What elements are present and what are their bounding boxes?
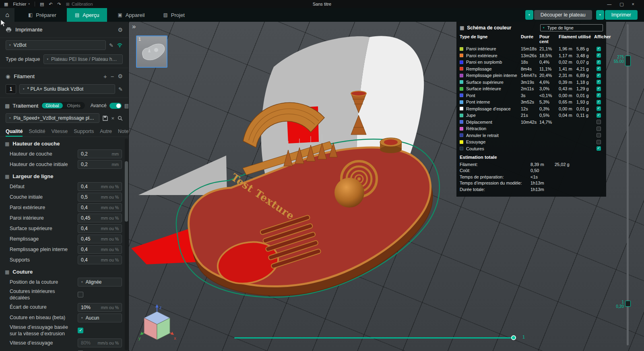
show-line-type-checkbox[interactable] [597, 87, 601, 91]
redo-icon[interactable]: ↷ [58, 2, 61, 6]
plate-type-select[interactable]: ▾ Plateau PEI lisse / Plateau haut... [43, 54, 123, 64]
color-scheme-icon: ▦ [460, 25, 464, 31]
show-line-type-checkbox[interactable] [597, 60, 601, 64]
parameter-table-icon[interactable]: ▤ [124, 103, 129, 108]
search-icon[interactable] [118, 116, 123, 121]
printer-select[interactable]: ▾ VzBot [6, 40, 106, 50]
setting-input[interactable]: 0,4 mm ou % [78, 224, 122, 233]
show-line-type-checkbox[interactable] [597, 120, 601, 124]
maximize-button[interactable]: ▢ [619, 2, 623, 7]
sidebar-scrollbar[interactable] [125, 139, 128, 350]
setting-input[interactable]: 0,4 mm ou % [78, 203, 122, 212]
minimize-button[interactable]: — [607, 2, 611, 7]
seam-position-value: Alignée [86, 279, 102, 285]
move-slider-handle[interactable] [511, 335, 516, 340]
sidebar-collapse-icon[interactable]: » [132, 23, 136, 31]
clear-preset-icon[interactable]: × [111, 116, 114, 121]
setting-row: Hauteur de couche 0,2 mm [0, 149, 128, 159]
layer-slider-top-handle[interactable] [625, 56, 631, 66]
line-type-duration: 2m11s [521, 86, 539, 91]
seam-gap-row: Écart de couture 10% mm ou % [0, 302, 128, 313]
setting-label: Vitesse d’essuyage [10, 340, 78, 346]
setting-input[interactable]: 0,2 mm [78, 150, 122, 158]
setting-input[interactable]: 0,4 mm ou % [78, 245, 122, 254]
wifi-icon[interactable] [117, 43, 123, 48]
setting-input[interactable]: 0,5 mm ou % [78, 193, 122, 201]
setting-input[interactable]: 0,45 mm ou % [78, 214, 122, 222]
main-tabs: ◧ Préparer ▤ Aperçu ▣ Appareil ▧ Projet [20, 8, 193, 22]
move-slider[interactable] [234, 337, 516, 339]
slice-plate-button[interactable]: Découper le plateau [534, 10, 592, 20]
print-options-button[interactable]: ▾ [596, 10, 604, 20]
edit-printer-icon[interactable]: ✎ [109, 43, 114, 48]
show-line-type-checkbox[interactable] [597, 106, 601, 111]
undo-icon[interactable]: ↶ [49, 2, 52, 6]
show-line-type-checkbox[interactable] [597, 80, 601, 84]
edit-filament-icon[interactable]: ✎ [118, 87, 123, 92]
view-type-select[interactable]: ▾ Type de ligne [540, 24, 603, 31]
line-type-percent: 0,3% [539, 106, 559, 111]
show-line-type-checkbox[interactable] [597, 146, 601, 151]
main-tab[interactable]: ▤ Aperçu [67, 8, 107, 22]
filament-number-badge[interactable]: 1 [6, 84, 16, 94]
filament-gear-icon[interactable]: ⚙ [118, 73, 123, 79]
line-type-label: Annuler le retrait [466, 133, 521, 138]
setting-input[interactable]: 0,4 mm ou % [78, 182, 122, 191]
main-tab[interactable]: ▧ Projet [155, 8, 193, 22]
main-tab[interactable]: ▣ Appareil [109, 8, 153, 22]
setting-input[interactable]: 0,4 mm ou % [78, 255, 122, 264]
add-filament-button[interactable]: + [103, 73, 107, 79]
show-line-type-checkbox[interactable] [597, 140, 601, 144]
line-type-grams: 0,01 g [576, 93, 594, 98]
close-button[interactable]: × [632, 2, 634, 7]
calibration-menu[interactable]: ⊞ Calibration [66, 2, 93, 7]
show-line-type-checkbox[interactable] [597, 133, 601, 137]
scope-objects-pill[interactable]: Objets [64, 103, 84, 108]
show-line-type-checkbox[interactable] [597, 127, 601, 131]
tab-label: Préparer [36, 12, 56, 18]
layer-slider-bottom-handle[interactable] [625, 301, 631, 307]
show-line-type-checkbox[interactable] [597, 66, 601, 71]
save-preset-icon[interactable] [103, 116, 108, 121]
advanced-toggle[interactable] [109, 103, 122, 109]
document-icon[interactable]: ▤ [40, 2, 44, 6]
wipe-speed-input[interactable]: 80% mm/s ou % [78, 339, 122, 347]
show-line-type-checkbox[interactable] [597, 47, 601, 51]
layer-slider-track[interactable] [627, 24, 629, 345]
navigation-cube[interactable]: z y x [138, 303, 178, 345]
show-line-type-checkbox[interactable] [597, 100, 601, 104]
setting-input[interactable]: 0,2 mm [78, 160, 122, 169]
process-preset-select[interactable]: ▾ Pla_Speed+_VzBot_remplissage plei... [6, 113, 99, 123]
scope-global-pill[interactable]: Global [42, 103, 62, 108]
estimate-label: Durée totale: [460, 187, 530, 192]
file-menu[interactable]: Fichier ▾ [13, 2, 30, 6]
main-tab[interactable]: ◧ Préparer [20, 8, 64, 22]
seam-gap-input[interactable]: 10% mm ou % [78, 303, 122, 312]
scrollbar-thumb[interactable] [125, 161, 128, 222]
filament-select[interactable]: ▾ * PLA+ Sunlu Black VzBot [19, 84, 115, 94]
printer-gear-icon[interactable]: ⚙ [118, 27, 123, 33]
printer-section-header: Imprimante ⚙ [0, 22, 128, 38]
settings-scroll-area[interactable]: ▦ Hauteur de couche Hauteur de couche 0,… [0, 135, 128, 351]
show-line-type-checkbox[interactable] [597, 113, 601, 118]
seam-position-select[interactable]: ▾ Alignée [78, 278, 122, 287]
show-line-type-checkbox[interactable] [597, 73, 601, 78]
remove-filament-button[interactable]: − [111, 73, 114, 79]
plate-thumbnail[interactable]: 1 [136, 35, 167, 68]
slice-options-button[interactable]: ▾ [525, 10, 533, 20]
legend-row: Essuyage [460, 139, 603, 145]
setting-label: Couche initiale [10, 194, 78, 200]
print-button[interactable]: Imprimer [605, 10, 638, 20]
chevron-down-icon: ▾ [9, 116, 11, 120]
scarf-seam-select[interactable]: ▾ Aucun [78, 314, 122, 322]
line-type-meters: 0,04 m [559, 113, 576, 118]
wipe-speed-checkbox[interactable] [78, 328, 83, 333]
show-line-type-checkbox[interactable] [597, 53, 601, 58]
staggered-seam-checkbox[interactable] [78, 292, 83, 297]
show-line-type-checkbox[interactable] [597, 93, 601, 98]
setting-input[interactable]: 0,45 mm ou % [78, 235, 122, 243]
legend-row: Pont interne 3m52s 5,3% 0,65 m 1,93 g [460, 99, 603, 106]
preview-3d-viewport[interactable]: Test Texture » 1 ▦ Sc [129, 22, 644, 351]
filament-section-header: ◉ Filament + − ⚙ [0, 68, 128, 84]
chevron-down-icon: ▾ [81, 280, 83, 284]
